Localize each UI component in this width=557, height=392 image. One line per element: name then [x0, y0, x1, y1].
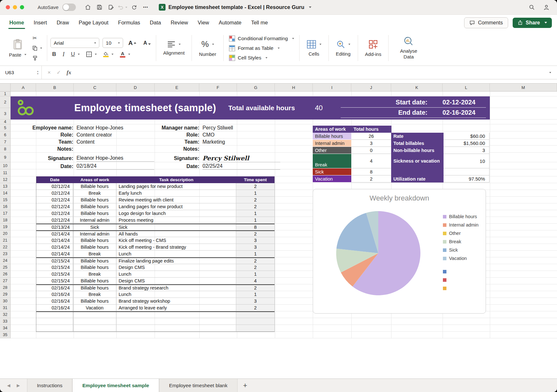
area-cell[interactable]: Billable hours: [73, 298, 116, 304]
time-column-header[interactable]: Time spent: [236, 176, 274, 183]
employee-role-value[interactable]: Content creator: [76, 132, 112, 138]
row-header[interactable]: 23: [0, 251, 11, 257]
ribbon-tab[interactable]: Home: [4, 15, 29, 31]
search-icon[interactable]: [527, 3, 536, 12]
column-header[interactable]: K: [391, 84, 443, 91]
summary-value-cell[interactable]: $1,560.00: [444, 140, 490, 147]
task-cell[interactable]: Kick off meeting - CMS: [116, 237, 236, 244]
area-column-header[interactable]: Areas of work: [73, 176, 116, 183]
column-header[interactable]: L: [443, 84, 490, 91]
row-header[interactable]: 6: [0, 131, 11, 138]
borders-button[interactable]: [85, 50, 98, 58]
row-header[interactable]: 32: [0, 311, 11, 318]
summary-value-cell[interactable]: $60.00: [444, 133, 490, 140]
column-header[interactable]: M: [490, 84, 557, 91]
row-header[interactable]: 29: [0, 291, 11, 298]
analyse-data-button[interactable]: Analyse Data: [392, 36, 425, 60]
area-label-cell[interactable]: Other: [313, 147, 351, 154]
row-header[interactable]: 9: [0, 153, 11, 162]
underline-button[interactable]: U: [69, 50, 81, 58]
time-spent-cell[interactable]: [236, 312, 274, 318]
time-spent-cell[interactable]: 3: [236, 298, 274, 304]
area-cell[interactable]: Billable hours: [73, 258, 116, 264]
cell-styles-button[interactable]: Cell Styles: [227, 54, 296, 62]
date-cell[interactable]: 02/15/24: [36, 271, 73, 277]
summary-value-cell[interactable]: [444, 168, 490, 175]
task-cell[interactable]: Early lunch: [116, 190, 236, 196]
task-cell[interactable]: Review meeting with client: [116, 197, 236, 203]
font-color-button[interactable]: A: [118, 50, 132, 58]
date-column-header[interactable]: Date: [36, 176, 73, 183]
conditional-formatting-button[interactable]: Conditional Formatting: [227, 34, 296, 43]
time-spent-cell[interactable]: 2: [236, 264, 274, 271]
font-name-combobox[interactable]: Arial: [50, 38, 99, 48]
ribbon-tab[interactable]: Insert: [29, 15, 52, 31]
row-header[interactable]: 34: [0, 325, 11, 332]
area-cell[interactable]: [73, 312, 116, 318]
task-cell[interactable]: Design CMS: [116, 278, 236, 284]
task-cell[interactable]: Lunch: [116, 271, 236, 277]
row-header[interactable]: 7: [0, 138, 11, 146]
time-spent-cell[interactable]: 8: [236, 224, 274, 230]
task-cell[interactable]: Brand strategy workshop: [116, 298, 236, 304]
time-spent-cell[interactable]: 2: [236, 258, 274, 264]
task-cell[interactable]: Design CMS: [116, 264, 236, 271]
bold-button[interactable]: B: [50, 50, 58, 58]
date-cell[interactable]: 02/12/24: [36, 203, 73, 210]
end-date-value[interactable]: 02-16-2024: [432, 109, 486, 116]
time-spent-cell[interactable]: 2: [236, 285, 274, 291]
summary-label-cell[interactable]: Sickness or vacation: [391, 154, 444, 168]
date-cell[interactable]: 02/12/24: [36, 190, 73, 196]
date-cell[interactable]: 02/15/24: [36, 258, 73, 264]
row-header[interactable]: 33: [0, 318, 11, 325]
more-icon[interactable]: •••: [141, 3, 150, 12]
area-cell[interactable]: Break: [73, 190, 116, 196]
sheet-tab[interactable]: Employee timesheet sample: [72, 379, 159, 392]
end-date-row[interactable]: End date: 02-16-2024: [341, 108, 486, 118]
area-label-cell[interactable]: Sick: [313, 168, 351, 175]
task-cell[interactable]: Finalize landing page edits: [116, 258, 236, 264]
name-box-stepper[interactable]: ▲ ▼: [37, 70, 39, 75]
fill-color-button[interactable]: [102, 50, 115, 58]
row-header[interactable]: 14: [0, 190, 11, 197]
task-cell[interactable]: Lunch: [116, 291, 236, 298]
date-cell[interactable]: 02/14/24: [36, 244, 73, 250]
row-header[interactable]: 2: [0, 96, 11, 108]
sheet-tab[interactable]: Instructions: [27, 379, 72, 392]
task-cell[interactable]: Process meeting: [116, 217, 236, 223]
areas-of-work-header[interactable]: Areas of work: [313, 126, 351, 133]
time-spent-cell[interactable]: 2: [236, 183, 274, 190]
row-header[interactable]: 19: [0, 224, 11, 230]
date-cell[interactable]: 02/12/24: [36, 210, 73, 217]
column-header[interactable]: D: [116, 84, 155, 91]
row-header[interactable]: 1: [0, 92, 11, 96]
task-cell[interactable]: Sick: [116, 224, 236, 230]
date-cell[interactable]: 02/16/24: [36, 305, 73, 311]
italic-button[interactable]: I: [61, 50, 66, 58]
area-cell[interactable]: Break: [73, 251, 116, 257]
manager-date-value[interactable]: 02/25/24: [202, 163, 280, 170]
ribbon-tab[interactable]: Page Layout: [74, 15, 113, 31]
time-spent-cell[interactable]: 2: [236, 305, 274, 311]
task-cell[interactable]: [116, 312, 236, 318]
column-header[interactable]: F: [199, 84, 237, 91]
task-cell[interactable]: Brand strategy research: [116, 285, 236, 291]
comments-button[interactable]: Comments: [464, 17, 508, 28]
row-header[interactable]: 26: [0, 271, 11, 278]
row-header[interactable]: 24: [0, 257, 11, 264]
summary-label-cell[interactable]: Rate: [391, 133, 444, 140]
area-label-cell[interactable]: Internal admin: [313, 140, 351, 147]
task-cell[interactable]: Kick off meeting - Brand strategy: [116, 244, 236, 250]
area-cell[interactable]: Billable hours: [73, 278, 116, 284]
chevron-down-icon[interactable]: [309, 6, 311, 8]
area-hours-cell[interactable]: 3: [351, 140, 391, 147]
ribbon-tab[interactable]: View: [193, 15, 214, 31]
row-header[interactable]: 4: [0, 120, 11, 124]
autosave-toggle[interactable]: [62, 4, 76, 11]
save-as-icon[interactable]: [106, 3, 116, 12]
summary-value-cell[interactable]: 10: [444, 154, 490, 168]
home-icon[interactable]: [83, 3, 93, 12]
weekly-breakdown-chart[interactable]: Weekly breakdown Billable hours Internal…: [313, 189, 486, 314]
area-hours-cell[interactable]: 0: [351, 147, 391, 154]
column-header[interactable]: H: [275, 84, 313, 91]
